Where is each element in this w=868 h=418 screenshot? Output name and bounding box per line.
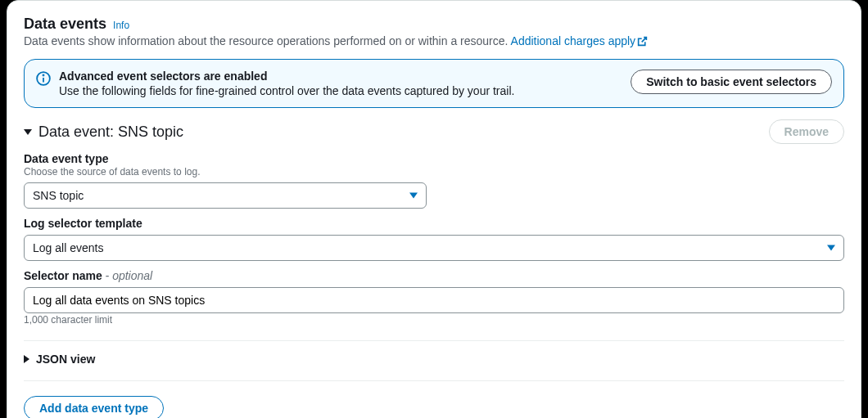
panel-footer: Add data event type (24, 396, 844, 418)
log-selector-template-field: Log selector template Log all events (24, 217, 844, 261)
section-expander[interactable]: Data event: SNS topic (24, 124, 183, 141)
caret-down-icon (24, 129, 32, 135)
data-event-type-select[interactable]: SNS topic (24, 182, 427, 209)
external-link-icon (637, 36, 648, 47)
chevron-down-icon (827, 245, 835, 251)
data-event-type-hint: Choose the source of data events to log. (24, 166, 844, 178)
selector-name-field: Selector name - optional 1,000 character… (24, 269, 844, 326)
additional-charges-link[interactable]: Additional charges apply (511, 34, 649, 47)
add-data-event-type-button[interactable]: Add data event type (24, 396, 164, 418)
panel-description: Data events show information about the r… (24, 34, 844, 47)
log-selector-template-value: Log all events (33, 241, 103, 254)
data-event-type-value: SNS topic (33, 189, 84, 202)
chevron-down-icon (409, 193, 418, 199)
data-events-panel: Data events Info Data events show inform… (7, 0, 861, 418)
info-link[interactable]: Info (113, 20, 129, 31)
svg-point-2 (43, 75, 43, 76)
log-selector-template-select[interactable]: Log all events (24, 235, 844, 261)
data-event-type-label: Data event type (24, 152, 844, 165)
advanced-selectors-alert: Advanced event selectors are enabled Use… (24, 59, 844, 108)
selector-name-input[interactable] (24, 287, 844, 313)
alert-title: Advanced event selectors are enabled (59, 70, 514, 83)
panel-header: Data events Info (24, 16, 844, 33)
section-title: Data event: SNS topic (38, 124, 183, 141)
divider (24, 380, 844, 381)
remove-button[interactable]: Remove (769, 119, 844, 144)
alert-text-block: Advanced event selectors are enabled Use… (59, 70, 514, 97)
alert-description: Use the following fields for fine-graine… (59, 84, 514, 97)
caret-right-icon (24, 355, 29, 363)
log-selector-template-label: Log selector template (24, 217, 844, 230)
json-view-label: JSON view (36, 353, 95, 366)
data-event-section-header: Data event: SNS topic Remove (24, 119, 844, 144)
divider (24, 340, 844, 341)
selector-name-hint: 1,000 character limit (24, 314, 844, 326)
optional-tag: - optional (102, 269, 152, 282)
desc-text: Data events show information about the r… (24, 34, 511, 47)
json-view-expander[interactable]: JSON view (24, 353, 844, 366)
panel-title: Data events (24, 16, 106, 33)
alert-content: Advanced event selectors are enabled Use… (36, 70, 514, 97)
info-icon (36, 71, 51, 86)
switch-basic-selectors-button[interactable]: Switch to basic event selectors (631, 70, 832, 94)
selector-name-label-row: Selector name - optional (24, 269, 844, 282)
selector-name-label: Selector name (24, 269, 102, 282)
data-event-type-field: Data event type Choose the source of dat… (24, 152, 844, 209)
